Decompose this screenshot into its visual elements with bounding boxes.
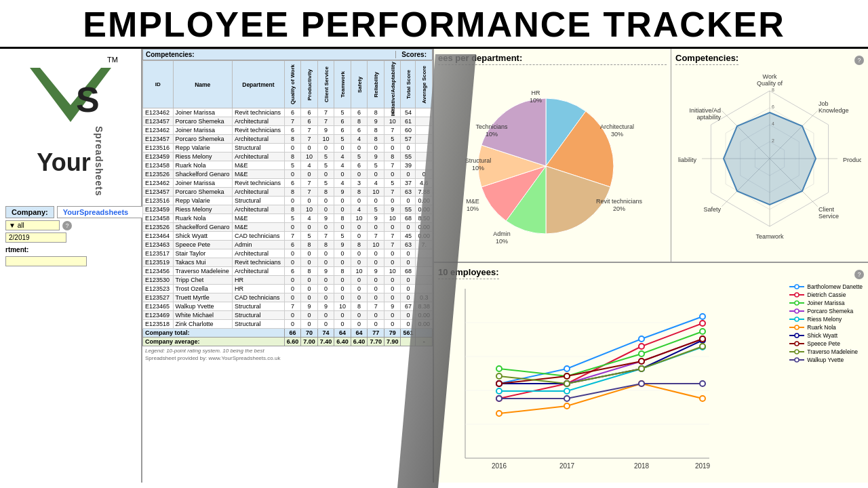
legend-label-10: Walkup Yvette bbox=[807, 357, 844, 363]
svg-text:Architectural: Architectural bbox=[599, 123, 633, 130]
table-row: E123465Walkup YvetteStructural7991087967… bbox=[143, 302, 433, 311]
company-row: Company: YourSpreadsheets bbox=[5, 206, 136, 218]
table-row: E123459Riess MelonyArchitectural81000459… bbox=[143, 205, 433, 214]
question-mark-line[interactable]: ? bbox=[854, 270, 864, 279]
table-row: E123464Shick WyattCAD technicians7575077… bbox=[143, 232, 433, 241]
dept-label: rtment: bbox=[5, 246, 28, 253]
svg-text:Job: Job bbox=[818, 100, 829, 107]
legend-item-3: Joiner Marissa bbox=[789, 300, 863, 306]
legend-label-2: Dietrich Cassie bbox=[807, 291, 846, 298]
col-header-init: Initiative/Adaptability bbox=[384, 61, 401, 108]
avg-row: Company average: 6.60 7.00 7.40 6.40 6.4… bbox=[143, 338, 433, 346]
svg-text:aptability: aptability bbox=[696, 114, 721, 121]
table-row: E123457Porcaro ShemekaArchitectural76768… bbox=[143, 117, 433, 126]
svg-point-76 bbox=[564, 403, 570, 409]
svg-point-92 bbox=[564, 396, 570, 401]
pie-chart-svg: HR 10% Architectural 30% Revit technicia… bbox=[458, 68, 648, 251]
svg-point-91 bbox=[496, 396, 502, 401]
legend-label-6: Ruark Nola bbox=[807, 324, 836, 331]
table-row: E123458Ruark NolaM&E549810910688.50 bbox=[143, 214, 433, 223]
radar-chart-svg: 2 4 6 8 Quality of Work Productivity Job… bbox=[678, 70, 861, 247]
avg-label: Company average: bbox=[143, 338, 285, 346]
table-row: E123526Shackelford GenaroM&E000000000 bbox=[143, 170, 433, 179]
dept-input[interactable] bbox=[5, 256, 87, 266]
svg-text:Reliability: Reliability bbox=[678, 157, 696, 163]
svg-point-102 bbox=[795, 309, 799, 313]
date-input[interactable] bbox=[5, 232, 66, 243]
col-header-name: Name bbox=[173, 61, 233, 108]
svg-point-90 bbox=[700, 344, 705, 349]
totals-label: Company total: bbox=[143, 329, 285, 338]
avg-s1: 6.60 bbox=[284, 338, 301, 346]
table-scroll[interactable]: ID Name Department Quality of Work Produ… bbox=[142, 60, 433, 483]
scores-header: Scores: bbox=[396, 51, 432, 58]
radar-title: Competencies: bbox=[675, 53, 738, 65]
svg-point-78 bbox=[700, 396, 705, 401]
svg-text:Work: Work bbox=[763, 73, 777, 80]
svg-text:20%: 20% bbox=[612, 205, 625, 212]
col-header-dept: Department bbox=[233, 61, 285, 108]
table-row: E123462Joiner MarissaRevit technicians67… bbox=[143, 179, 433, 188]
col-header-avg: Average Score bbox=[416, 61, 433, 108]
total-s2: 70 bbox=[301, 329, 318, 338]
question-mark-1[interactable]: ? bbox=[62, 221, 72, 230]
svg-text:Productivity: Productivity bbox=[843, 157, 861, 163]
svg-text:HR: HR bbox=[531, 89, 540, 96]
svg-point-108 bbox=[795, 333, 799, 338]
avg-s5: 6.40 bbox=[351, 338, 368, 346]
svg-text:Service: Service bbox=[818, 213, 839, 220]
svg-text:Quality of: Quality of bbox=[757, 80, 783, 87]
svg-point-83 bbox=[496, 381, 502, 386]
legend-text: Legend: 10-point rating system. 10 being… bbox=[142, 346, 433, 355]
svg-text:30%: 30% bbox=[610, 131, 623, 138]
total-s6: 77 bbox=[368, 329, 384, 338]
avg-s3: 7.40 bbox=[317, 338, 334, 346]
col-header-total: Total Score bbox=[401, 61, 416, 108]
logo: TM S bbox=[23, 56, 118, 129]
question-mark-radar[interactable]: ? bbox=[854, 56, 864, 65]
svg-text:2016: 2016 bbox=[492, 462, 507, 470]
svg-point-106 bbox=[795, 325, 799, 329]
svg-text:Safety: Safety bbox=[703, 206, 721, 213]
filter-row[interactable]: ? bbox=[5, 220, 136, 230]
radar-panel: Competencies: ? bbox=[671, 49, 868, 262]
total-s1: 66 bbox=[284, 329, 301, 338]
svg-text:8: 8 bbox=[772, 87, 774, 92]
svg-point-63 bbox=[496, 366, 502, 371]
svg-point-62 bbox=[700, 321, 705, 326]
svg-text:10%: 10% bbox=[529, 97, 541, 104]
svg-point-98 bbox=[795, 293, 799, 297]
svg-point-58 bbox=[700, 314, 705, 319]
svg-point-88 bbox=[564, 381, 570, 386]
svg-point-110 bbox=[795, 342, 799, 346]
col-header-qow: Quality of Work bbox=[284, 61, 301, 108]
svg-text:Knowledge: Knowledge bbox=[818, 107, 849, 114]
table-row: E123517Stair TaylorArchitectural00000000 bbox=[143, 249, 433, 258]
table-row: E123458Ruark NolaM&E545465739 bbox=[143, 161, 433, 170]
filter-all-input[interactable] bbox=[5, 220, 60, 230]
legend-label-7: Shick Wyatt bbox=[807, 332, 837, 339]
svg-point-93 bbox=[639, 381, 644, 386]
legend-item-9: Traverso Madeleine bbox=[789, 348, 863, 355]
table-row: E123462Joiner MarissaRevit technicians67… bbox=[143, 126, 433, 135]
avg-s2: 7.00 bbox=[301, 338, 318, 346]
avg-s6: 7.70 bbox=[368, 338, 384, 346]
legend-item-10: Walkup Yvette bbox=[789, 357, 863, 363]
svg-text:Revit technicians: Revit technicians bbox=[595, 198, 642, 205]
table-row: E123530Tripp ChetHR00000000 bbox=[143, 276, 433, 285]
spreadsheets-text: Spreadsheets bbox=[94, 126, 104, 197]
svg-text:Client: Client bbox=[818, 206, 835, 213]
table-row: E123469White MichaelStructural000000000.… bbox=[143, 311, 433, 320]
table-row: E123462Joiner MarissaRevit technicians66… bbox=[143, 108, 433, 117]
date-row[interactable] bbox=[5, 232, 136, 243]
svg-point-96 bbox=[795, 285, 799, 289]
dept-input-row[interactable] bbox=[5, 255, 136, 268]
col-header-cs: Client Service bbox=[317, 61, 334, 108]
svg-point-56 bbox=[564, 366, 570, 371]
table-row: E123527Truett MyrtleCAD technicians00000… bbox=[143, 293, 433, 302]
line-legend: Bartholomew Danette Dietrich Cassie Join… bbox=[789, 283, 863, 365]
legend-label-9: Traverso Madeleine bbox=[807, 348, 858, 355]
svg-point-85 bbox=[639, 359, 644, 364]
provided-text: Spreadsheet provided by: www.YourSpreads… bbox=[142, 355, 433, 363]
table-row: E123519Takacs MuiRevit technicians000000… bbox=[143, 258, 433, 267]
